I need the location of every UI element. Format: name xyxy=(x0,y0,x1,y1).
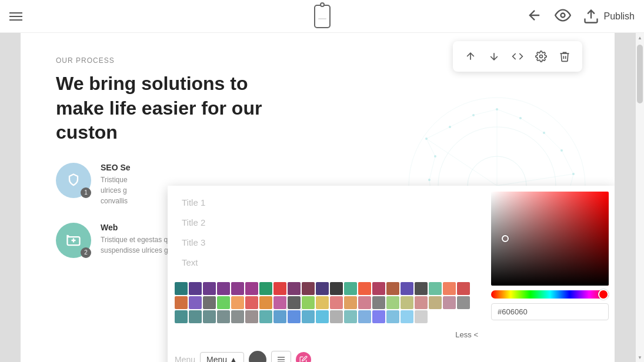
color-swatch-21[interactable] xyxy=(175,296,188,309)
color-swatch-18[interactable] xyxy=(429,282,442,295)
service-icon-1: 1 xyxy=(56,163,91,198)
delete-button[interactable] xyxy=(554,46,575,67)
code-button[interactable] xyxy=(507,46,528,67)
publish-button[interactable]: Publish xyxy=(583,8,635,25)
color-swatch-9[interactable] xyxy=(302,282,315,295)
scrollbar[interactable]: ▲ ▼ xyxy=(636,33,644,362)
color-swatch-28[interactable] xyxy=(273,296,286,309)
svg-point-47 xyxy=(540,55,543,58)
color-swatch-34[interactable] xyxy=(358,296,371,309)
color-swatch-17[interactable] xyxy=(415,282,428,295)
color-swatch-48[interactable] xyxy=(259,310,272,323)
scroll-thumb[interactable] xyxy=(637,45,643,103)
less-button[interactable]: Less < xyxy=(168,326,485,346)
settings-button[interactable] xyxy=(530,46,552,67)
preview-button[interactable] xyxy=(555,7,571,26)
canvas-wrapper: ▲ ▼ OUR PROCESS We bring solutions to ma… xyxy=(0,33,644,362)
device-preview-icon[interactable] xyxy=(314,5,331,28)
color-swatch-4[interactable] xyxy=(231,282,244,295)
color-swatch-44[interactable] xyxy=(203,310,216,323)
color-swatch-37[interactable] xyxy=(401,296,413,309)
color-swatch-56[interactable] xyxy=(372,310,385,323)
color-swatch-32[interactable] xyxy=(330,296,343,309)
title-option-3[interactable]: Title 3 xyxy=(179,233,473,253)
color-swatch-31[interactable] xyxy=(316,296,329,309)
color-swatch-23[interactable] xyxy=(203,296,216,309)
move-down-button[interactable] xyxy=(483,46,505,67)
color-swatch-41[interactable] xyxy=(457,296,470,309)
color-swatch-27[interactable] xyxy=(259,296,272,309)
color-swatch-3[interactable] xyxy=(217,282,230,295)
color-swatch-20[interactable] xyxy=(457,282,470,295)
scroll-up-button[interactable]: ▲ xyxy=(636,33,644,42)
service-info-1: SEO Se Tristiqueulrices gconvallis xyxy=(101,163,131,206)
service-title-1: SEO Se xyxy=(101,163,131,172)
color-swatch-55[interactable] xyxy=(358,310,371,323)
svg-line-25 xyxy=(473,109,497,115)
top-bar-left xyxy=(9,12,22,21)
title-options: Title 1 Title 2 Title 3 Text xyxy=(168,186,485,280)
color-swatch-40[interactable] xyxy=(443,296,456,309)
menu-dropdown-button[interactable]: Menu ▲ xyxy=(200,352,244,362)
color-swatch-14[interactable] xyxy=(372,282,385,295)
svg-line-41 xyxy=(426,139,497,186)
color-swatch-39[interactable] xyxy=(429,296,442,309)
color-swatch-54[interactable] xyxy=(344,310,357,323)
color-swatch-0[interactable] xyxy=(175,282,188,295)
menu-label: Menu xyxy=(175,355,195,362)
hex-color-input[interactable] xyxy=(491,303,609,320)
color-swatch-2[interactable] xyxy=(203,282,216,295)
color-swatch-8[interactable] xyxy=(288,282,301,295)
back-button[interactable] xyxy=(526,7,543,26)
color-swatch-16[interactable] xyxy=(401,282,413,295)
color-swatch-49[interactable] xyxy=(273,310,286,323)
color-swatch-1[interactable] xyxy=(189,282,202,295)
color-swatch-5[interactable] xyxy=(245,282,258,295)
color-swatch-24[interactable] xyxy=(217,296,230,309)
color-swatch-47[interactable] xyxy=(245,310,258,323)
color-swatch-57[interactable] xyxy=(386,310,399,323)
move-up-button[interactable] xyxy=(460,46,481,67)
color-swatch-6[interactable] xyxy=(259,282,272,295)
svg-line-43 xyxy=(497,174,573,186)
gradient-canvas[interactable] xyxy=(491,192,609,286)
color-swatch-19[interactable] xyxy=(443,282,456,295)
title-option-2[interactable]: Title 2 xyxy=(179,213,473,233)
color-swatch-50[interactable] xyxy=(288,310,301,323)
color-swatch-58[interactable] xyxy=(401,310,413,323)
color-swatch-13[interactable] xyxy=(358,282,371,295)
color-swatch-35[interactable] xyxy=(372,296,385,309)
color-swatch-46[interactable] xyxy=(231,310,244,323)
scroll-down-button[interactable]: ▼ xyxy=(636,353,644,362)
text-option[interactable]: Text xyxy=(179,253,473,273)
color-swatch-51[interactable] xyxy=(302,310,315,323)
top-bar: Publish xyxy=(0,0,644,33)
color-swatch-38[interactable] xyxy=(415,296,428,309)
align-button[interactable] xyxy=(271,351,291,362)
color-circle-button[interactable] xyxy=(249,351,266,362)
color-swatch-15[interactable] xyxy=(386,282,399,295)
color-swatch-33[interactable] xyxy=(344,296,357,309)
color-swatch-11[interactable] xyxy=(330,282,343,295)
hue-bar[interactable] xyxy=(491,290,609,299)
color-swatch-30[interactable] xyxy=(302,296,315,309)
color-swatch-29[interactable] xyxy=(288,296,301,309)
hamburger-menu-button[interactable] xyxy=(9,12,22,21)
color-swatch-53[interactable] xyxy=(330,310,343,323)
color-swatch-45[interactable] xyxy=(217,310,230,323)
svg-line-23 xyxy=(426,127,450,139)
color-swatch-36[interactable] xyxy=(386,296,399,309)
color-swatch-22[interactable] xyxy=(189,296,202,309)
svg-line-26 xyxy=(497,109,520,118)
color-swatch-59[interactable] xyxy=(415,310,428,323)
color-swatch-12[interactable] xyxy=(344,282,357,295)
color-swatch-52[interactable] xyxy=(316,310,329,323)
color-swatch-10[interactable] xyxy=(316,282,329,295)
color-swatch-42[interactable] xyxy=(175,310,188,323)
edit-badge-button[interactable] xyxy=(296,352,311,362)
title-option-1[interactable]: Title 1 xyxy=(179,193,473,213)
color-swatch-7[interactable] xyxy=(273,282,286,295)
color-swatch-43[interactable] xyxy=(189,310,202,323)
color-swatch-25[interactable] xyxy=(231,296,244,309)
color-swatch-26[interactable] xyxy=(245,296,258,309)
